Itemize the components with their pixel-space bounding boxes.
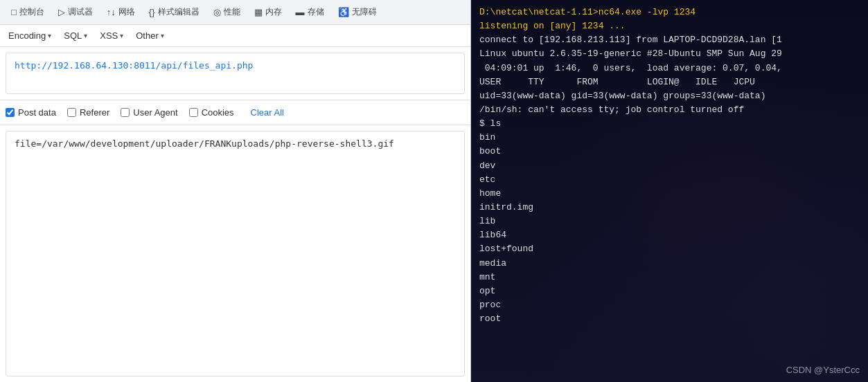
post-data-label: Post data xyxy=(18,107,56,118)
user-agent-label: User Agent xyxy=(133,107,177,118)
sql-arrow-icon: ▾ xyxy=(84,32,87,39)
other-dropdown[interactable]: Other ▾ xyxy=(130,28,170,44)
terminal-line: boot xyxy=(479,145,860,158)
cookies-checkbox[interactable] xyxy=(189,108,198,117)
devtools-panel: □ 控制台 ▷ 调试器 ↑↓ 网络 {} 样式编辑器 ◎ 性能 ▦ 内存 ▬ 存… xyxy=(0,0,471,382)
post-data-checkbox[interactable] xyxy=(6,108,15,117)
referer-label: Referer xyxy=(80,107,109,118)
terminal-line: lib64 xyxy=(479,228,860,242)
sub-toolbar: Encoding ▾ SQL ▾ XSS ▾ Other ▾ xyxy=(0,25,470,47)
xss-dropdown[interactable]: XSS ▾ xyxy=(94,28,129,44)
toolbar-item-network[interactable]: ↑↓ 网络 xyxy=(101,3,141,21)
csdn-watermark: CSDN @YsterCcc xyxy=(786,365,860,375)
terminal-line: mnt xyxy=(479,271,860,284)
terminal-line: opt xyxy=(479,284,860,298)
toolbar-item-style-editor[interactable]: {} 样式编辑器 xyxy=(143,3,205,21)
toolbar-label-console: 控制台 xyxy=(19,6,44,18)
toolbar-item-debugger[interactable]: ▷ 调试器 xyxy=(53,3,98,21)
terminal-line: listening on [any] 1234 ... xyxy=(479,19,860,33)
encoding-arrow-icon: ▾ xyxy=(48,32,51,39)
user-agent-checkbox-item[interactable]: User Agent xyxy=(121,107,177,118)
style-editor-icon: {} xyxy=(149,7,155,17)
terminal-line: 04:09:01 up 1:46, 0 users, load average:… xyxy=(479,62,860,75)
toolbar-label-storage: 存储 xyxy=(308,6,324,18)
toolbar-label-network: 网络 xyxy=(118,6,135,18)
url-input[interactable] xyxy=(6,53,465,94)
accessibility-icon: ♿ xyxy=(338,7,349,17)
terminal-line: D:\netcat\netcat-1.11>nc64.exe -lvp 1234 xyxy=(479,6,860,19)
toolbar-item-memory[interactable]: ▦ 内存 xyxy=(249,3,287,21)
terminal-line: uid=33(www-data) gid=33(www-data) groups… xyxy=(479,89,860,103)
user-agent-checkbox[interactable] xyxy=(121,108,130,117)
sql-label: SQL xyxy=(64,30,82,41)
performance-icon: ◎ xyxy=(213,7,221,17)
terminal-content: D:\netcat\netcat-1.11>nc64.exe -lvp 1234… xyxy=(471,0,868,382)
terminal-line: dev xyxy=(479,159,860,173)
toolbar-label-accessibility: 无障碍 xyxy=(352,6,377,18)
terminal-line: lost+found xyxy=(479,242,860,256)
terminal-panel: D:\netcat\netcat-1.11>nc64.exe -lvp 1234… xyxy=(471,0,868,382)
encoding-dropdown[interactable]: Encoding ▾ xyxy=(3,28,57,44)
toolbar-label-memory: 内存 xyxy=(265,6,282,18)
terminal-line: $ ls xyxy=(479,117,860,131)
referer-checkbox-item[interactable]: Referer xyxy=(67,107,109,118)
terminal-line: USER TTY FROM LOGIN@ IDLE JCPU xyxy=(479,75,860,89)
memory-icon: ▦ xyxy=(254,7,263,17)
referer-checkbox[interactable] xyxy=(67,108,76,117)
other-arrow-icon: ▾ xyxy=(161,32,164,39)
post-data-area xyxy=(0,125,470,382)
other-label: Other xyxy=(136,30,159,41)
terminal-line: initrd.img xyxy=(479,201,860,215)
toolbar-label-performance: 性能 xyxy=(224,6,240,18)
toolbar-label-debugger: 调试器 xyxy=(68,6,93,18)
cookies-label: Cookies xyxy=(202,107,234,118)
devtools-toolbar: □ 控制台 ▷ 调试器 ↑↓ 网络 {} 样式编辑器 ◎ 性能 ▦ 内存 ▬ 存… xyxy=(0,0,470,25)
terminal-line: bin xyxy=(479,131,860,145)
toolbar-label-style-editor: 样式编辑器 xyxy=(158,6,200,18)
cookies-checkbox-item[interactable]: Cookies xyxy=(189,107,234,118)
console-icon: □ xyxy=(11,7,17,17)
terminal-line: connect to [192.168.213.113] from LAPTOP… xyxy=(479,33,860,47)
toolbar-item-performance[interactable]: ◎ 性能 xyxy=(208,3,246,21)
terminal-line: Linux ubuntu 2.6.35-19-generic #28-Ubunt… xyxy=(479,47,860,61)
debugger-icon: ▷ xyxy=(58,7,65,17)
xss-label: XSS xyxy=(100,30,118,41)
sql-dropdown[interactable]: SQL ▾ xyxy=(58,28,93,44)
post-data-textarea[interactable] xyxy=(6,131,465,376)
terminal-line: home xyxy=(479,187,860,201)
terminal-line: /bin/sh: can't access tty; job control t… xyxy=(479,103,860,117)
clear-all-button[interactable]: Clear All xyxy=(248,106,287,119)
toolbar-item-console[interactable]: □ 控制台 xyxy=(6,3,50,21)
terminal-line: root xyxy=(479,312,860,326)
checkbox-row: Post data Referer User Agent Cookies Cle… xyxy=(0,100,470,125)
encoding-label: Encoding xyxy=(8,30,46,41)
terminal-line: media xyxy=(479,257,860,271)
url-bar-area xyxy=(0,47,470,100)
xss-arrow-icon: ▾ xyxy=(120,32,123,39)
storage-icon: ▬ xyxy=(296,7,305,17)
toolbar-item-accessibility[interactable]: ♿ 无障碍 xyxy=(333,3,382,21)
terminal-line: lib xyxy=(479,215,860,228)
terminal-line: proc xyxy=(479,298,860,312)
toolbar-item-storage[interactable]: ▬ 存储 xyxy=(290,3,330,21)
terminal-line: etc xyxy=(479,173,860,187)
post-data-checkbox-item[interactable]: Post data xyxy=(6,107,56,118)
network-icon: ↑↓ xyxy=(107,7,116,17)
